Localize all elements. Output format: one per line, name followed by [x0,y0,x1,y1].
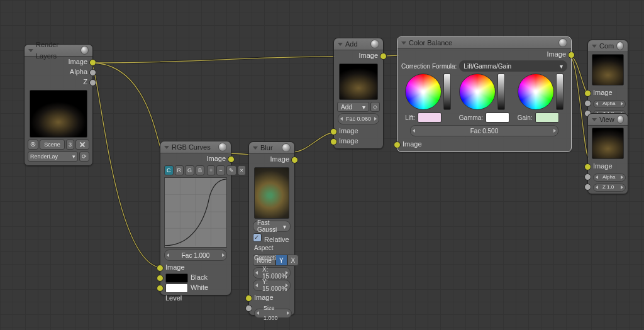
aspect-x[interactable]: X [287,255,299,266]
collapse-icon[interactable] [592,45,597,48]
lift-label: Lift: [405,114,415,121]
curve-channel-g[interactable]: G [185,165,194,175]
socket-in-alpha: Alpha [588,97,628,107]
formula-label: Correction Formula: [401,63,457,70]
node-viewer[interactable]: View Image Alpha Z 1.0 [587,113,628,194]
node-header[interactable]: Add [334,38,383,50]
preview-thumbnail [30,90,87,138]
collapse-icon[interactable] [338,43,343,46]
scene-browse-button[interactable]: ⦿ [28,140,38,150]
white-swatch[interactable] [165,283,188,293]
gain-value-slider[interactable] [556,74,564,110]
node-blur[interactable]: Blur Image Fast Gaussi▾ Relative Aspect … [248,141,295,316]
node-title: View [599,114,614,125]
node-render-layers[interactable]: Render Layers Image Alpha Z ⦿ Scene 3 Re… [24,44,93,166]
gain-label: Gain: [518,114,533,121]
gamma-value-slider[interactable] [497,74,505,110]
socket-in-black: Black Level [160,272,231,282]
socket-in-image: Image [397,139,571,149]
node-title: Com [599,40,614,52]
collapse-icon[interactable] [28,49,33,52]
blur-y-field[interactable]: Y: 15.000% [253,280,291,291]
fac-field[interactable]: Fac 0.060 [338,113,379,124]
aspect-label: Aspect Correcti [249,243,294,253]
scene-users[interactable]: 3 [66,140,74,150]
aspect-y[interactable]: Y [275,255,287,266]
curve-editor[interactable] [164,177,227,248]
gamma-label: Gamma: [459,114,483,121]
node-composite[interactable]: Com Image Alpha Z 1.0 [587,40,628,121]
preview-thumbnail [254,167,289,219]
node-header[interactable]: RGB Curves [160,141,231,153]
collapse-icon[interactable] [401,41,406,45]
blur-x-field[interactable]: X: 15.000% [253,267,291,278]
zoom-out-button[interactable]: − [216,165,225,175]
compositor-canvas[interactable]: Render Layers Image Alpha Z ⦿ Scene 3 Re… [0,0,644,330]
preview-dot-icon[interactable] [370,40,379,48]
curve-delete-button[interactable]: × [238,165,246,175]
node-title: Add [345,38,358,50]
gamma-swatch[interactable] [486,113,509,123]
fac-field[interactable]: Fac 1.000 [164,250,227,261]
socket-in-image-2: Image [334,136,383,146]
socket-in-size: Size 1.000 [249,302,294,312]
collapse-icon[interactable] [253,146,258,150]
node-title: RGB Curves [172,141,211,153]
socket-out-image: Image [160,153,231,163]
lift-value-slider[interactable] [443,74,451,110]
zoom-in-button[interactable]: + [207,165,215,175]
fac-field[interactable]: Fac 0.500 [410,125,558,136]
socket-out-image: Image [249,154,294,164]
collapse-icon[interactable] [164,146,169,149]
socket-in-image: Image [588,87,628,97]
socket-in-image-1: Image [334,126,383,136]
socket-in-image: Image [588,161,628,171]
curve-tools-button[interactable]: ✎ [226,165,236,175]
gain-section: Gain: [518,74,564,123]
node-add[interactable]: Add Image Add▾ ◇ Fac 0.060 Image Image [333,38,384,149]
socket-in-alpha: Alpha [588,171,628,181]
preview-dot-icon[interactable] [80,46,89,55]
socket-out-image: Image [334,50,383,60]
node-header[interactable]: Color Balance [397,37,571,49]
render-layer-refresh-button[interactable]: ⟳ [79,151,89,162]
node-header[interactable]: View [588,114,628,126]
node-header[interactable]: Com [588,40,628,52]
preview-dot-icon[interactable] [558,38,567,47]
close-icon [78,140,87,149]
scene-clear-button[interactable] [75,140,89,150]
lift-swatch[interactable] [418,113,441,123]
preview-dot-icon[interactable] [617,115,624,124]
gain-color-wheel[interactable] [518,74,554,110]
node-header[interactable]: Render Layers [25,45,92,57]
gamma-section: Gamma: [459,74,509,123]
preview-dot-icon[interactable] [218,143,227,151]
lift-color-wheel[interactable] [405,74,441,110]
gain-swatch[interactable] [535,113,559,123]
socket-in-white: White Level [160,282,231,292]
socket-in-z: Z 1.0 [588,181,628,191]
curve-channel-r[interactable]: R [175,165,184,175]
node-rgb-curves[interactable]: RGB Curves Image C R G B + − ✎ × Fac 1.0… [160,141,231,295]
socket-out-alpha: Alpha [25,67,92,77]
node-color-balance[interactable]: Color Balance Image Correction Formula: … [397,36,572,152]
curve-channel-b[interactable]: B [196,165,204,175]
preview-dot-icon[interactable] [616,41,624,50]
formula-select[interactable]: Lift/Gamma/Gain▾ [459,60,567,72]
node-title: Blur [260,142,273,153]
render-layer-select[interactable]: RenderLay▾ [28,151,78,162]
preview-thumbnail [592,54,624,85]
blur-type-select[interactable]: Fast Gaussi▾ [253,221,291,232]
clamp-button[interactable]: ◇ [370,102,380,112]
preview-thumbnail [592,128,624,159]
preview-thumbnail [339,63,378,100]
collapse-icon[interactable] [592,118,597,121]
scene-field[interactable]: Scene [40,140,65,150]
black-swatch[interactable] [165,273,188,283]
gamma-color-wheel[interactable] [459,74,496,110]
blend-mode-select[interactable]: Add▾ [337,102,369,112]
preview-dot-icon[interactable] [282,143,291,152]
curve-channel-c[interactable]: C [164,165,174,175]
node-header[interactable]: Blur [249,142,294,154]
relative-checkbox[interactable]: Relative [249,233,294,243]
